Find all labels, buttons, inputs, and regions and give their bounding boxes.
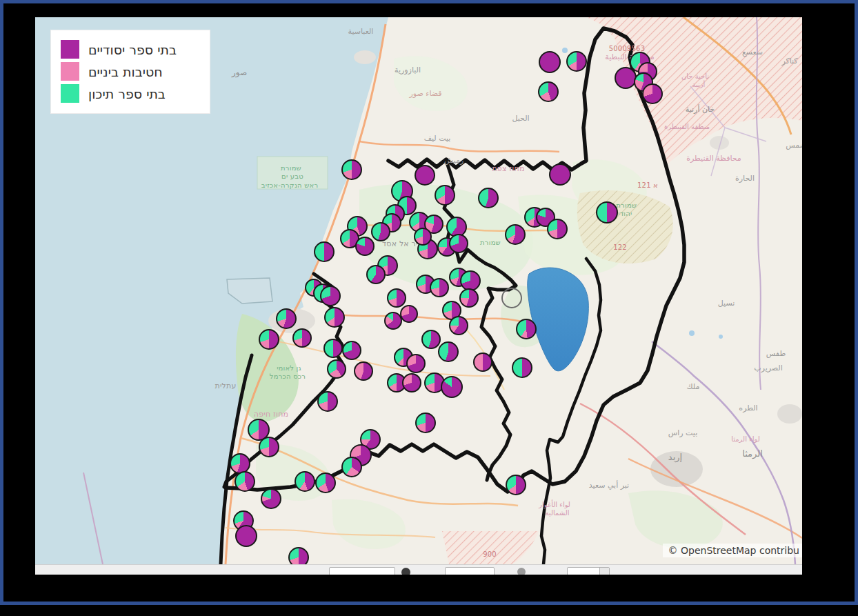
pie-marker[interactable]	[615, 67, 637, 89]
osm-attribution[interactable]: © OpenStreetMap contribu	[663, 544, 802, 557]
legend-label-high: בתי ספר תיכון	[88, 86, 166, 101]
pie-marker[interactable]	[449, 234, 468, 253]
pie-marker[interactable]	[320, 286, 341, 306]
legend-swatch-elementary	[61, 40, 79, 59]
pie-marker[interactable]	[324, 307, 345, 328]
pie-marker[interactable]	[402, 373, 421, 393]
pie-marker[interactable]	[323, 339, 343, 358]
pie-marker[interactable]	[478, 188, 499, 208]
pie-marker[interactable]	[276, 308, 297, 329]
pie-marker[interactable]	[387, 288, 406, 308]
pie-marker[interactable]	[317, 391, 338, 412]
pie-marker[interactable]	[459, 288, 479, 308]
legend-swatch-high	[61, 84, 79, 103]
dropdown-arrow-icon[interactable]	[599, 568, 609, 575]
pie-marker[interactable]	[506, 475, 526, 495]
pie-marker[interactable]	[355, 237, 375, 256]
pie-marker[interactable]	[415, 165, 435, 186]
pie-marker[interactable]	[473, 352, 492, 372]
pie-marker[interactable]	[259, 437, 279, 457]
pie-marker[interactable]	[549, 163, 571, 186]
legend-item-high: בתי ספר תיכון	[61, 84, 200, 103]
pie-marker[interactable]	[435, 185, 455, 206]
window-frame: בתי ספר יסודייםחטיבות בינייםבתי ספר תיכו…	[0, 0, 858, 605]
legend-item-middle: חטיבות ביניים	[61, 62, 200, 81]
pie-marker[interactable]	[512, 357, 532, 378]
map-legend: בתי ספר יסודייםחטיבות בינייםבתי ספר תיכו…	[50, 30, 210, 114]
pie-marker[interactable]	[642, 83, 663, 104]
pie-marker[interactable]	[342, 341, 361, 360]
map-canvas[interactable]: בתי ספר יסודייםחטיבות בינייםבתי ספר תיכו…	[35, 17, 802, 564]
bottom-toolbar-partial	[35, 564, 802, 575]
legend-label-middle: חטיבות ביניים	[88, 64, 163, 79]
legend-label-elementary: בתי ספר יסודיים	[88, 42, 177, 57]
pie-marker[interactable]	[547, 219, 568, 239]
pie-marker[interactable]	[327, 359, 346, 379]
pie-marker[interactable]	[371, 222, 390, 241]
pie-marker[interactable]	[341, 457, 362, 477]
gear-icon[interactable]	[401, 568, 410, 575]
pie-marker[interactable]	[430, 278, 449, 297]
pie-marker[interactable]	[539, 51, 561, 73]
pie-marker[interactable]	[400, 305, 418, 323]
pie-marker[interactable]	[415, 413, 436, 433]
pie-marker[interactable]	[288, 547, 309, 564]
pie-marker[interactable]	[295, 471, 315, 492]
pie-marker[interactable]	[516, 319, 537, 339]
lake-kinneret	[528, 268, 589, 371]
pie-marker[interactable]	[259, 329, 279, 350]
pie-marker[interactable]	[235, 471, 255, 492]
pie-marker[interactable]	[438, 341, 459, 362]
pie-marker[interactable]	[384, 312, 402, 330]
pie-marker[interactable]	[341, 159, 362, 180]
circle-icon[interactable]	[517, 568, 526, 575]
pie-marker[interactable]	[441, 376, 463, 398]
empty-circle-marker[interactable]	[501, 288, 522, 308]
pie-marker[interactable]	[449, 316, 468, 335]
pie-marker[interactable]	[261, 488, 281, 509]
pie-marker[interactable]	[314, 241, 335, 262]
pie-marker[interactable]	[538, 81, 559, 102]
pie-marker[interactable]	[235, 525, 257, 547]
pie-marker[interactable]	[292, 328, 312, 348]
pie-marker[interactable]	[414, 228, 432, 246]
pie-marker[interactable]	[366, 265, 386, 284]
toolbar-input-2[interactable]	[445, 567, 495, 575]
toolbar-input-3[interactable]	[567, 567, 610, 575]
pie-marker[interactable]	[505, 224, 526, 245]
pie-marker[interactable]	[421, 330, 441, 349]
legend-item-elementary: בתי ספר יסודיים	[61, 40, 200, 59]
pie-marker[interactable]	[596, 201, 618, 223]
pie-marker[interactable]	[406, 354, 426, 373]
pie-marker[interactable]	[315, 473, 336, 493]
legend-swatch-middle	[61, 62, 79, 81]
pie-marker[interactable]	[566, 51, 587, 72]
pie-marker[interactable]	[354, 361, 373, 381]
toolbar-input-1[interactable]	[329, 567, 395, 575]
